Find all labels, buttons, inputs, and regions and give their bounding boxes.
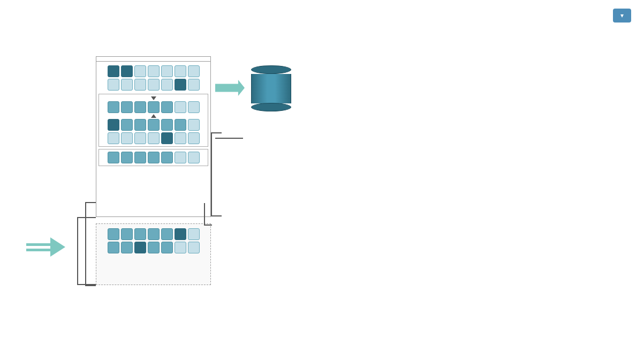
cb-row-2 xyxy=(96,242,210,253)
purge-label xyxy=(248,51,323,61)
hline-mid-bottom xyxy=(85,285,96,286)
vline-right2 xyxy=(204,203,205,225)
purge-arrow xyxy=(215,80,245,96)
vline-left xyxy=(77,217,78,284)
vline-right1 xyxy=(211,132,212,215)
grid-row-1 xyxy=(96,62,210,79)
hline-r-bottom xyxy=(211,215,222,216)
hline-mid-top xyxy=(85,202,96,203)
grid-row-5 xyxy=(101,131,206,144)
breadcrumb xyxy=(13,28,631,36)
buffer-pool-label xyxy=(96,57,210,62)
cb-row-1 xyxy=(96,224,210,242)
hline-r-top xyxy=(211,132,222,133)
changes-label xyxy=(243,130,313,140)
hline-r2-bottom xyxy=(204,225,212,226)
hline-top-left xyxy=(77,217,96,218)
diagram xyxy=(66,47,441,288)
merge-arrow xyxy=(26,237,65,257)
grid-row-4 xyxy=(101,119,206,131)
grid-row-2 xyxy=(96,79,210,94)
grid-row-6 xyxy=(101,152,206,163)
vline-left2 xyxy=(85,202,86,285)
database-cylinder xyxy=(251,65,291,111)
grid-row-3 xyxy=(101,101,206,113)
hline-changes xyxy=(215,138,243,139)
buffer-pool-box xyxy=(96,56,211,217)
change-buffer-box xyxy=(96,223,211,285)
version-button[interactable] xyxy=(613,9,631,23)
